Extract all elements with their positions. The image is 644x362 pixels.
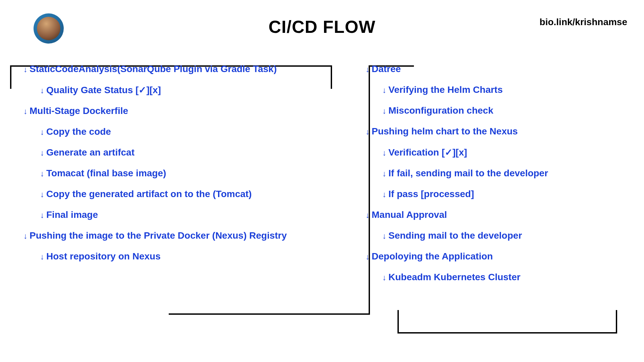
flow-item: ↓Depoloying the Application (356, 251, 631, 262)
left-column: ↓StaticCodeAnalysis(SonarQube Plugin via… (13, 64, 309, 293)
flow-item: ↓Pushing helm chart to the Nexus (356, 126, 631, 137)
arrow-down-icon: ↓ (23, 231, 28, 241)
flow-item: ↓Manual Approval (356, 209, 631, 220)
flow-item: ↓Host repository on Nexus (13, 251, 288, 262)
header: CI/CD FLOW bio.link/krishnamse (0, 0, 644, 44)
flow-item: ↓Pushing the image to the Private Docker… (13, 230, 288, 241)
flow-item: ↓Multi-Stage Dockerfile (13, 106, 288, 116)
flow-item: ↓Sending mail to the developer (356, 230, 631, 241)
flow-text: Quality Gate Status [✓][x] (46, 85, 161, 95)
bio-link: bio.link/krishnamse (540, 17, 627, 27)
flow-text: Datree (372, 64, 401, 74)
flow-text: Verifying the Helm Charts (388, 84, 503, 95)
flow-text: Kubeadm Kubernetes Cluster (388, 272, 521, 282)
arrow-down-icon: ↓ (366, 210, 370, 220)
arrow-down-icon: ↓ (366, 127, 370, 136)
flow-text: If fail, sending mail to the developer (388, 168, 548, 178)
flow-text: Verification [✓][x] (388, 147, 467, 158)
arrow-down-icon: ↓ (382, 148, 386, 158)
arrow-down-icon: ↓ (382, 231, 386, 241)
flow-item: ↓Tomacat (final base image) (13, 168, 288, 179)
arrow-down-icon: ↓ (23, 65, 28, 74)
arrow-down-icon: ↓ (40, 127, 44, 137)
flow-text: Pushing the image to the Private Docker … (30, 230, 287, 241)
flow-text: Pushing helm chart to the Nexus (372, 126, 518, 136)
flow-text: If pass [processed] (388, 189, 474, 199)
arrow-down-icon: ↓ (366, 65, 370, 74)
flow-item: ↓If pass [processed] (356, 189, 631, 199)
arrow-down-icon: ↓ (40, 252, 44, 261)
flow-item: ↓Verifying the Helm Charts (356, 84, 631, 95)
flow-item: ↓StaticCodeAnalysis(SonarQube Plugin via… (13, 64, 288, 74)
arrow-down-icon: ↓ (40, 190, 44, 199)
flow-item: ↓Kubeadm Kubernetes Cluster (356, 272, 631, 283)
flow-text: Copy the code (46, 126, 111, 137)
flow-item: ↓Final image (13, 209, 288, 220)
flow-text: Copy the generated artifact on to the (T… (46, 189, 252, 199)
arrow-down-icon: ↓ (382, 273, 386, 282)
flow-text: Tomacat (final base image) (46, 168, 166, 178)
flow-item: ↓Copy the generated artifact on to the (… (13, 189, 288, 199)
arrow-down-icon: ↓ (40, 210, 44, 220)
page-title: CI/CD FLOW (13, 7, 631, 37)
arrow-down-icon: ↓ (40, 86, 44, 95)
avatar-image (37, 17, 60, 40)
flow-text: Multi-Stage Dockerfile (30, 106, 128, 116)
arrow-down-icon: ↓ (382, 190, 386, 199)
bracket-bottom-right (397, 310, 617, 334)
arrow-down-icon: ↓ (366, 252, 370, 261)
flow-item: ↓Copy the code (13, 126, 288, 137)
flow-item: ↓Verification [✓][x] (356, 147, 631, 158)
right-column: ↓Datree ↓Verifying the Helm Charts ↓Misc… (309, 64, 631, 293)
flow-text: Host repository on Nexus (46, 251, 161, 261)
content: ↓StaticCodeAnalysis(SonarQube Plugin via… (0, 44, 644, 299)
flow-text: Manual Approval (372, 209, 447, 220)
flow-text: StaticCodeAnalysis(SonarQube Plugin via … (30, 64, 277, 74)
flow-item: ↓Datree (356, 64, 631, 74)
flow-text: Sending mail to the developer (388, 230, 522, 241)
flow-item: ↓If fail, sending mail to the developer (356, 168, 631, 179)
connector-horizontal (169, 313, 370, 315)
avatar (34, 13, 64, 44)
flow-text: Generate an artifcat (46, 147, 135, 158)
arrow-down-icon: ↓ (382, 169, 386, 178)
flow-text: Misconfiguration check (388, 105, 493, 116)
flow-item: ↓Generate an artifcat (13, 147, 288, 158)
flow-item: ↓Misconfiguration check (356, 105, 631, 116)
arrow-down-icon: ↓ (40, 169, 44, 178)
arrow-down-icon: ↓ (382, 106, 386, 116)
flow-item: ↓Quality Gate Status [✓][x] (13, 84, 288, 96)
arrow-down-icon: ↓ (40, 148, 44, 158)
flow-text: Final image (46, 209, 98, 220)
arrow-down-icon: ↓ (382, 85, 386, 95)
arrow-down-icon: ↓ (23, 107, 28, 116)
flow-text: Depoloying the Application (372, 251, 493, 261)
